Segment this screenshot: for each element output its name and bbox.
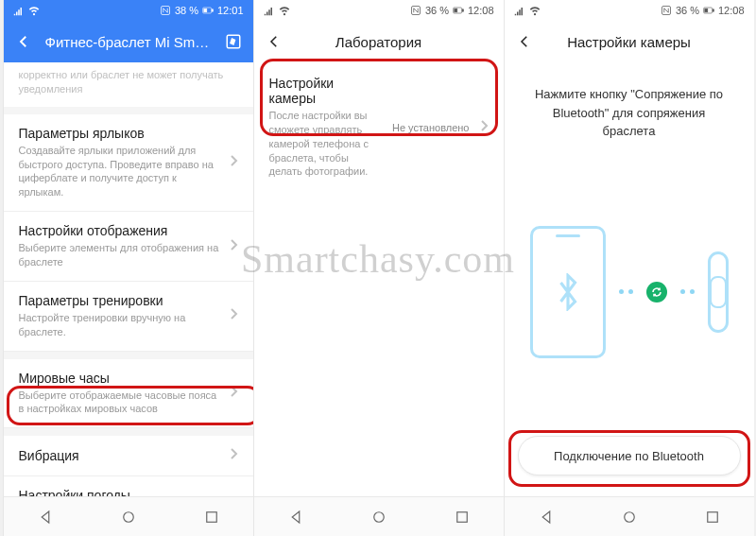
notice-fragment: корректно или браслет не может получать …: [4, 62, 253, 107]
connect-bluetooth-button[interactable]: Подключение по Bluetooth: [518, 436, 741, 475]
battery-text: 38 %: [175, 5, 198, 16]
signal-icon: [514, 5, 525, 16]
row-vibration[interactable]: Вибрация: [4, 428, 253, 476]
battery-icon: [202, 5, 214, 16]
svg-rect-10: [455, 9, 457, 12]
chevron-right-icon: [229, 154, 238, 171]
signal-icon: [264, 5, 275, 16]
dots-right: [680, 289, 695, 294]
back-icon[interactable]: [15, 33, 32, 50]
header-title: Настройки камеры: [546, 34, 713, 50]
svg-point-11: [373, 511, 384, 522]
row-title: Параметры тренировки: [19, 293, 219, 308]
status-bar: 36 % 12:08: [254, 0, 504, 21]
settings-list: Параметры ярлыков Создавайте ярлыки прил…: [4, 107, 253, 536]
status-bar: 36 % 12:08: [505, 0, 754, 21]
row-subtitle: Выберите элементы для отображения на бра…: [19, 241, 219, 269]
screen-lab: 36 % 12:08 Лаборатория Настройки камеры …: [253, 0, 504, 536]
battery-icon: [703, 5, 714, 16]
clock-text: 12:08: [718, 5, 745, 16]
header-title: Лаборатория: [296, 34, 462, 50]
chevron-right-icon: [229, 307, 238, 324]
bluetooth-icon: [554, 273, 582, 311]
screen-camera-pair: 36 % 12:08 Настройки камеры Нажмите кноп…: [504, 0, 754, 536]
row-display[interactable]: Настройки отображения Выберите элементы …: [4, 212, 253, 282]
svg-point-5: [123, 511, 133, 522]
nav-home-icon[interactable]: [621, 509, 638, 526]
row-title: Параметры ярлыков: [19, 126, 219, 141]
nfc-icon: [661, 5, 672, 16]
android-navbar: [254, 496, 504, 536]
nav-recent-icon[interactable]: [203, 509, 220, 526]
wifi-icon: [28, 5, 40, 16]
battery-text: 36 %: [676, 5, 699, 16]
row-title: Настройки камеры: [269, 76, 383, 106]
header: Фитнес-браслет Mi Smart...: [4, 21, 253, 62]
band-graphic: [708, 251, 729, 333]
row-subtitle: Выберите отображаемые часовые пояса в на…: [19, 389, 219, 417]
android-navbar: [505, 496, 754, 536]
battery-icon: [453, 5, 464, 16]
chevron-right-icon: [229, 447, 238, 464]
row-trailing: Не установлено: [392, 122, 470, 133]
row-workout[interactable]: Параметры тренировки Настройте тренировк…: [4, 282, 253, 352]
nav-back-icon[interactable]: [287, 509, 304, 526]
header: Настройки камеры: [505, 21, 754, 62]
svg-rect-3: [204, 9, 207, 12]
android-navbar: [4, 496, 253, 536]
svg-rect-9: [462, 9, 463, 11]
row-title: Вибрация: [19, 448, 219, 463]
nav-back-icon[interactable]: [37, 509, 54, 526]
svg-rect-16: [705, 9, 708, 12]
wifi-icon: [529, 5, 541, 16]
back-icon[interactable]: [266, 33, 283, 50]
svg-rect-2: [212, 9, 213, 11]
wifi-icon: [279, 5, 290, 16]
row-subtitle: Создавайте ярлыки приложений для быстрог…: [19, 144, 219, 199]
status-bar: 38 % 12:01: [4, 0, 253, 21]
pair-illustration: [505, 226, 754, 358]
row-title: Мировые часы: [19, 371, 219, 386]
signal-icon: [13, 5, 25, 16]
svg-rect-6: [206, 511, 216, 522]
row-world-clock[interactable]: Мировые часы Выберите отображаемые часов…: [4, 352, 253, 429]
nfc-icon: [410, 5, 421, 16]
clock-text: 12:01: [217, 5, 244, 16]
nav-recent-icon[interactable]: [704, 509, 721, 526]
svg-point-17: [624, 511, 634, 522]
back-icon[interactable]: [516, 33, 533, 50]
row-title: Настройки отображения: [19, 223, 219, 238]
chevron-right-icon: [229, 238, 238, 255]
header: Лаборатория: [254, 21, 504, 62]
nav-home-icon[interactable]: [370, 509, 387, 526]
nav-recent-icon[interactable]: [454, 509, 471, 526]
nfc-icon: [160, 5, 171, 16]
screen-settings-list: 38 % 12:01 Фитнес-браслет Mi Smart... ко…: [3, 0, 253, 536]
row-shortcuts[interactable]: Параметры ярлыков Создавайте ярлыки прил…: [4, 107, 253, 212]
svg-rect-18: [707, 511, 717, 522]
row-subtitle: Настройте тренировки вручную на браслете…: [19, 311, 219, 339]
dots-left: [619, 289, 633, 294]
button-label: Подключение по Bluetooth: [554, 449, 704, 463]
row-subtitle: После настройки вы сможете управлять кам…: [269, 109, 383, 179]
sync-icon: [646, 282, 667, 303]
header-title: Фитнес-браслет Mi Smart...: [45, 34, 212, 50]
chevron-right-icon: [229, 385, 238, 402]
chevron-right-icon: [479, 119, 489, 136]
row-camera-settings[interactable]: Настройки камеры После настройки вы смож…: [254, 62, 504, 192]
battery-text: 36 %: [425, 5, 449, 16]
svg-rect-15: [713, 9, 713, 11]
edit-icon[interactable]: [225, 33, 242, 50]
nav-home-icon[interactable]: [120, 509, 137, 526]
svg-rect-12: [456, 511, 467, 522]
nav-back-icon[interactable]: [538, 509, 555, 526]
phone-graphic: [530, 226, 606, 358]
instruction-text: Нажмите кнопку "Сопряжение по Bluetooth"…: [505, 62, 754, 141]
clock-text: 12:08: [468, 5, 494, 16]
